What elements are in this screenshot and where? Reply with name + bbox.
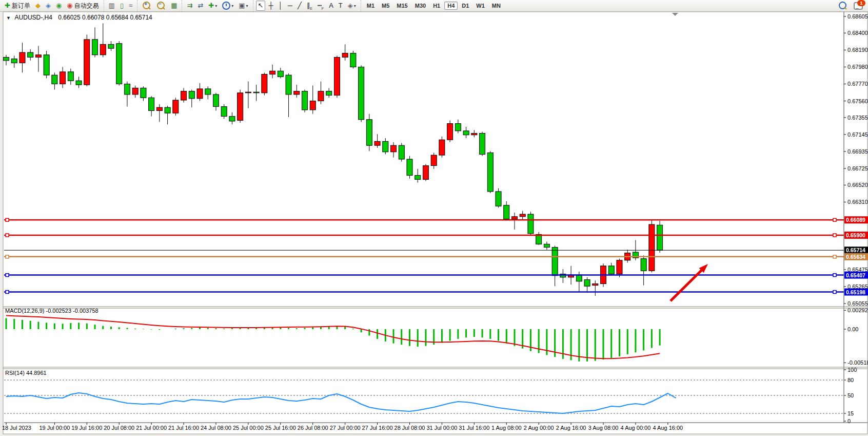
auto-trading-icon: ◉ — [67, 1, 72, 10]
text-label-button[interactable]: T — [337, 1, 345, 11]
text-button[interactable]: A — [327, 1, 336, 11]
candle-body — [399, 145, 404, 159]
timeframe-w1[interactable]: W1 — [473, 2, 488, 10]
candle-body — [181, 91, 187, 100]
new-order-button[interactable]: ✚新订单 — [3, 1, 32, 11]
candle-body — [326, 91, 332, 96]
crosshair-button[interactable]: ┼ — [266, 1, 275, 11]
candle-body — [511, 217, 517, 219]
price-line-label: 0.65900 — [846, 232, 865, 238]
timeframe-m30[interactable]: M30 — [412, 2, 429, 10]
zoom-in-button[interactable]: + — [140, 1, 153, 11]
line-chart-button[interactable]: ≈ — [127, 1, 134, 11]
time-axis-label: 24 Jul 08:00 — [201, 425, 231, 431]
candle-body — [374, 141, 380, 145]
line-handle[interactable] — [6, 274, 9, 277]
timeframe-m15[interactable]: M15 — [393, 2, 410, 10]
gold-tool-button[interactable]: ◆ — [33, 1, 43, 11]
templates-icon: ▣ — [239, 1, 245, 10]
shapes-icon: ◈ — [348, 1, 353, 10]
charts-window-button[interactable]: ◈ — [44, 1, 53, 11]
zoom-out-button[interactable]: − — [154, 1, 168, 11]
candle-body — [366, 120, 372, 145]
timeframe-h1[interactable]: H1 — [430, 2, 443, 10]
gold-tool-icon: ◆ — [35, 1, 41, 10]
candle-body — [334, 58, 340, 96]
vertical-line-button[interactable]: │ — [277, 1, 285, 11]
line-handle[interactable] — [833, 291, 836, 294]
chart-shift-button[interactable]: ⇄ — [195, 1, 205, 11]
candle-chart-icon: ▯ — [120, 1, 124, 10]
macd-indicator-label: MACD(12,26,9) -0.002523 -0.003758 — [5, 308, 98, 314]
price-axis-tick-label: 0.68190 — [847, 47, 868, 53]
line-handle[interactable] — [6, 255, 9, 258]
chat-icon[interactable]: 1 — [854, 2, 863, 10]
price-axis-tick-label: 0.67145 — [847, 131, 868, 138]
line-handle[interactable] — [6, 291, 9, 294]
timeframe-mn[interactable]: MN — [489, 2, 504, 10]
timeframe-h4[interactable]: H4 — [444, 2, 458, 10]
candle-chart-button[interactable]: ▯ — [118, 1, 126, 11]
chart-collapse-icon[interactable]: ▼ — [6, 15, 11, 21]
time-axis-label: 26 Jul 08:00 — [298, 425, 328, 431]
chevron-down-icon[interactable]: ▾ — [231, 4, 233, 8]
chart-window[interactable]: 0.0029220.00-0.005189MACD(12,26,9) -0.00… — [0, 0, 868, 436]
candle-body — [302, 91, 308, 110]
toolbar-group: ↖┼│─╱∥E┅FAT◈▾ — [253, 0, 361, 11]
auto-trading-button[interactable]: ◉自动交易 — [65, 1, 101, 11]
candle-body — [35, 55, 41, 58]
candle-body — [455, 124, 461, 131]
bar-chart-button[interactable]: ▥ — [107, 1, 117, 11]
line-handle[interactable] — [833, 218, 836, 221]
candle-body — [423, 166, 428, 180]
auto-scroll-button[interactable]: ⇉ — [185, 1, 194, 11]
chart-canvas[interactable]: 0.0029220.00-0.005189MACD(12,26,9) -0.00… — [0, 0, 868, 436]
candle-body — [584, 280, 590, 287]
signal-button[interactable]: ◉ — [54, 1, 64, 11]
price-line-label: 0.65198 — [846, 289, 865, 295]
cursor-button[interactable]: ↖ — [256, 1, 266, 11]
indicators-button[interactable]: ✚▾ — [206, 1, 219, 11]
price-axis-tick-label: 0.66520 — [847, 182, 868, 188]
timeframe-d1[interactable]: D1 — [459, 2, 472, 10]
chevron-down-icon[interactable]: ▾ — [215, 4, 217, 8]
candle-body — [641, 259, 646, 271]
time-axis-label: 4 Aug 16:00 — [653, 425, 683, 431]
fibonacci-sub-label: F — [322, 7, 324, 10]
toolbar-group: +−▦ — [137, 0, 182, 11]
candle-body — [108, 44, 114, 48]
time-axis-label: 3 Aug 08:00 — [588, 425, 619, 431]
candle-body — [447, 124, 453, 140]
price-line-label: 0.66089 — [846, 217, 865, 223]
timeframe-m5[interactable]: M5 — [379, 2, 392, 10]
periods-button[interactable]: ▾ — [220, 1, 235, 11]
equidistant-channel-button[interactable]: ∥E — [305, 1, 314, 11]
candle-body — [4, 58, 9, 61]
candle-body — [173, 100, 179, 113]
trendline-button[interactable]: ╱ — [295, 1, 304, 11]
candle-body — [536, 234, 542, 244]
tile-windows-button[interactable]: ▦ — [169, 1, 179, 11]
templates-button[interactable]: ▣▾ — [236, 1, 250, 11]
candle-body — [310, 101, 315, 110]
candle-body — [11, 59, 17, 63]
line-handle[interactable] — [833, 255, 836, 258]
chevron-down-icon[interactable]: ▾ — [246, 4, 248, 8]
line-handle[interactable] — [6, 234, 9, 237]
candle-body — [229, 116, 235, 121]
line-handle[interactable] — [833, 234, 836, 237]
line-handle[interactable] — [833, 274, 836, 277]
fibonacci-button[interactable]: ┅F — [315, 1, 326, 11]
rsi-axis-tick-label: 80 — [847, 377, 854, 383]
toolbar-right: 1 — [838, 1, 868, 11]
horizontal-line-button[interactable]: ─ — [286, 1, 294, 11]
magnifier-sign: + — [144, 1, 147, 7]
timeframe-m1[interactable]: M1 — [364, 2, 378, 10]
search-icon[interactable] — [839, 2, 846, 9]
candle-body — [342, 53, 348, 58]
candle-body — [657, 225, 663, 250]
candle-body — [496, 192, 501, 206]
shapes-button[interactable]: ◈▾ — [346, 1, 358, 11]
line-handle[interactable] — [6, 218, 9, 221]
chevron-down-icon[interactable]: ▾ — [354, 4, 356, 8]
